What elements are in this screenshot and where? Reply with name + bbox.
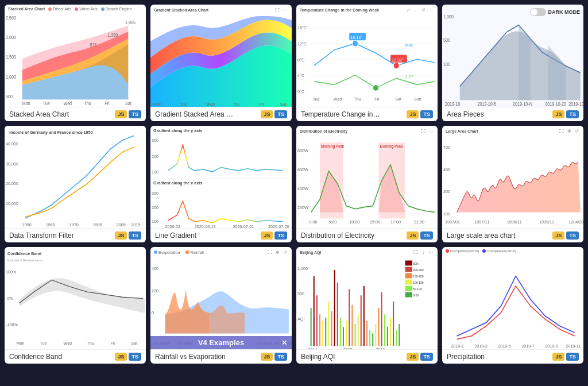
svg-text:17:00: 17:00 [390, 219, 401, 225]
chart-large-area: 700 400 200 100 1997/01 1997/11 1998/11 … [442, 136, 583, 228]
card-footer-confidence: Confidence Band JS TS [5, 349, 146, 364]
badge-ts-gradient[interactable]: TS [274, 110, 287, 118]
expand-icon[interactable]: ⛶ [274, 6, 281, 13]
more-icon-dist[interactable]: ⋯ [427, 128, 434, 134]
chart-title-dist: Distribution of Electricity [300, 129, 347, 133]
svg-text:50-100: 50-100 [413, 287, 422, 291]
svg-text:1.27: 1.27 [405, 74, 413, 79]
svg-text:Tue: Tue [40, 341, 47, 346]
svg-text:Thu: Thu [354, 96, 361, 102]
chart-header-precip: Precipitation(2015) Precipitation(2016) [442, 247, 583, 253]
chart-topbar-rain: Evaporation Rainfall ⛶ ✥ ↺ [150, 247, 292, 257]
badges-temp: JS TS [407, 110, 433, 118]
v4-close-button[interactable]: ✕ [281, 339, 287, 347]
svg-text:0-50: 0-50 [413, 294, 419, 297]
svg-text:2019-10-20: 2019-10-20 [545, 101, 566, 107]
card-title-dist: Distribution of Electricity [301, 231, 374, 240]
svg-text:2005: 2005 [117, 222, 126, 227]
badge-js-precip[interactable]: JS [552, 353, 564, 361]
svg-text:Wed: Wed [206, 101, 215, 106]
badges-dist: JS TS [407, 231, 433, 240]
badge-ts-temp[interactable]: TS [420, 110, 433, 118]
card-distribution: Distribution of Electricity ⛶ ⋯ Morning … [296, 126, 438, 242]
svg-text:Fri: Fri [374, 96, 380, 102]
chart-grid: Stacked Area Chart Direct Ads Video Ads … [5, 5, 583, 364]
svg-text:21:00: 21:00 [414, 219, 424, 225]
chart-topbar-beijing: Beijing AQI ⛶ ↓ ⋯ [296, 247, 438, 257]
svg-text:500: 500 [443, 38, 450, 44]
svg-rect-130 [405, 292, 412, 298]
svg-text:100%: 100% [6, 269, 17, 275]
svg-text:0°C: 0°C [297, 88, 305, 94]
badge-ts-dist[interactable]: TS [420, 231, 433, 240]
badge-ts-beijing[interactable]: TS [420, 353, 433, 361]
share-icon[interactable]: ⤢ [405, 6, 412, 13]
svg-text:200: 200 [152, 204, 158, 210]
chart-area-pieces: DARK MODE 1,000 500 100 2019-10 2019-10-… [442, 5, 583, 107]
badge-ts-lg[interactable]: TS [274, 231, 287, 240]
dark-mode-area[interactable]: DARK MODE [530, 8, 581, 16]
badge-js-transform[interactable]: JS [115, 231, 127, 240]
svg-text:2019-10: 2019-10 [445, 101, 460, 107]
badge-js-area[interactable]: JS [552, 110, 564, 118]
zoom-icon[interactable]: ⛶ [558, 128, 565, 134]
chart-topbar-gradient: Gradient Stacked Area Chart ⛶ ⋯ [150, 5, 292, 15]
badge-js-stacked[interactable]: JS [115, 110, 127, 118]
pan-icon[interactable]: ✥ [566, 128, 572, 134]
expand-icon-dist[interactable]: ⛶ [420, 128, 427, 134]
svg-text:Income of Germany and France s: Income of Germany and France since 1950 [9, 129, 92, 134]
svg-text:1,000: 1,000 [297, 266, 308, 271]
svg-text:2019-1: 2019-1 [451, 343, 463, 349]
svg-text:1998/11: 1998/11 [507, 219, 522, 225]
svg-text:Sun: Sun [414, 96, 421, 102]
badge-js-conf[interactable]: JS [115, 353, 127, 361]
reset-icon-rain[interactable]: ↺ [281, 249, 288, 256]
top-icons-gradient[interactable]: ⛶ ⋯ [274, 6, 288, 13]
chart-data-transform: Income of Germany and France since 1950 … [5, 126, 146, 228]
expand-icon-rain[interactable]: ⛶ [266, 249, 273, 256]
top-icons-rain[interactable]: ⛶ ✥ ↺ [266, 249, 288, 256]
badge-js-lg[interactable]: JS [261, 231, 273, 240]
badge-ts-rain[interactable]: TS [274, 353, 287, 361]
svg-text:200: 200 [443, 189, 450, 194]
more-icon-beijing[interactable]: ⋯ [427, 249, 434, 256]
pan-icon-rain[interactable]: ✥ [274, 249, 281, 256]
card-footer-line-gradient: Line Gradient JS TS [150, 228, 292, 242]
top-icons-beijing[interactable]: ⛶ ↓ ⋯ [412, 249, 434, 256]
card-rainfall: Evaporation Rainfall ⛶ ✥ ↺ 400 200 0 [150, 247, 292, 364]
badge-ts-area[interactable]: TS [566, 110, 579, 118]
badge-ts-stacked[interactable]: TS [129, 110, 141, 118]
more-icon-temp[interactable]: ⋯ [427, 6, 434, 13]
download-icon[interactable]: ↓ [412, 6, 419, 13]
badge-js-gradient[interactable]: JS [261, 110, 273, 118]
svg-text:200: 200 [152, 288, 158, 293]
badge-js-beijing[interactable]: JS [407, 353, 419, 361]
badge-js-rain[interactable]: JS [261, 353, 273, 361]
svg-text:Tue: Tue [313, 96, 320, 102]
reset-icon[interactable]: ↺ [573, 128, 580, 134]
svg-text:-100%: -100% [6, 322, 18, 327]
top-icons-large[interactable]: ⛶ ✥ ↺ [558, 128, 580, 134]
refresh-icon[interactable]: ↺ [420, 6, 427, 13]
badge-js-large[interactable]: JS [552, 231, 564, 240]
dark-mode-toggle[interactable] [530, 8, 546, 16]
svg-text:300: 300 [152, 191, 158, 196]
svg-text:Fri: Fri [105, 101, 110, 107]
svg-text:2020-02: 2020-02 [165, 224, 180, 228]
more-icon[interactable]: ⋯ [281, 6, 288, 13]
badge-ts-transform[interactable]: TS [129, 231, 141, 240]
badge-ts-large[interactable]: TS [566, 231, 579, 240]
badge-ts-conf[interactable]: TS [129, 353, 141, 361]
chart-title-beijing: Beijing AQI [300, 250, 321, 254]
dl-icon-beijing[interactable]: ↓ [420, 249, 427, 256]
top-icons-dist[interactable]: ⛶ ⋯ [420, 128, 434, 134]
svg-rect-120 [405, 261, 412, 266]
expand-icon-beijing[interactable]: ⛶ [412, 249, 419, 256]
svg-text:Thu: Thu [87, 341, 94, 346]
badge-js-dist[interactable]: JS [407, 231, 419, 240]
card-large-area: Large Area Chart ⛶ ✥ ↺ 700 400 200 100 [442, 126, 583, 242]
top-icons-temp[interactable]: ⤢ ↓ ↺ ⋯ [405, 6, 434, 13]
svg-text:Wed: Wed [64, 101, 72, 107]
badge-ts-precip[interactable]: TS [566, 353, 579, 361]
badge-js-temp[interactable]: JS [407, 110, 419, 118]
